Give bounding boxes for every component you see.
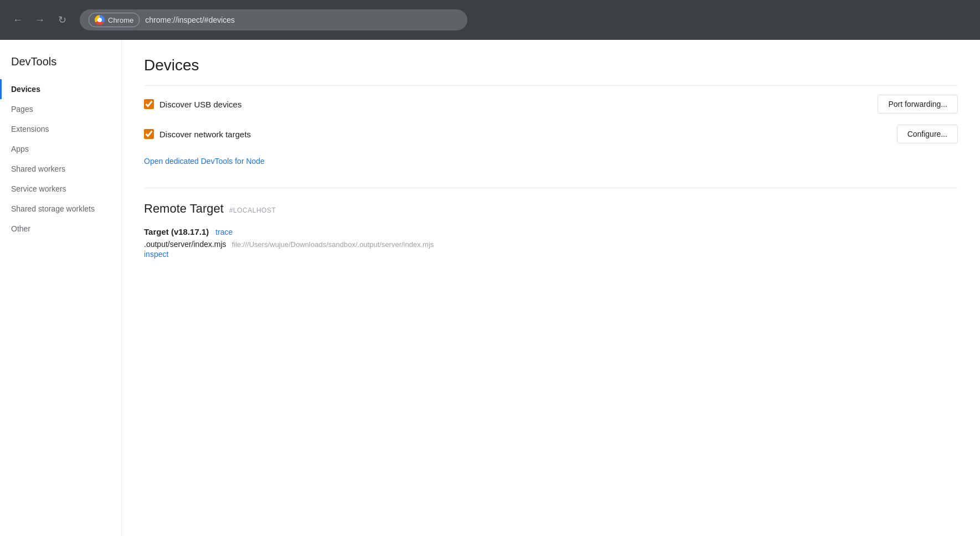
remote-target-title: Remote Target	[144, 202, 224, 216]
discover-usb-row: Discover USB devices Port forwarding...	[144, 95, 958, 114]
port-forwarding-button[interactable]: Port forwarding...	[878, 95, 958, 114]
url-text: chrome://inspect/#devices	[145, 16, 235, 24]
forward-button[interactable]: →	[31, 11, 49, 29]
sidebar-item-shared-storage-worklets[interactable]: Shared storage worklets	[0, 199, 121, 219]
discover-usb-label: Discover USB devices	[159, 100, 241, 109]
open-devtools-node-link[interactable]: Open dedicated DevTools for Node	[144, 157, 265, 166]
sidebar-item-pages[interactable]: Pages	[0, 99, 121, 119]
target-filename: .output/server/index.mjs	[144, 240, 226, 249]
nav-buttons: ← → ↻	[9, 11, 71, 29]
configure-button[interactable]: Configure...	[897, 125, 958, 143]
browser-chrome: ← → ↻ Chrome chrome://inspect/#devices	[0, 0, 980, 40]
mid-divider	[144, 188, 958, 188]
reload-button[interactable]: ↻	[53, 11, 71, 29]
sidebar-item-service-workers[interactable]: Service workers	[0, 179, 121, 199]
target-file-row: .output/server/index.mjs file:///Users/w…	[144, 240, 958, 249]
chrome-logo-icon	[95, 15, 105, 25]
sidebar-item-apps[interactable]: Apps	[0, 139, 121, 159]
main-content: Devices Discover USB devices Port forwar…	[122, 40, 980, 536]
discover-network-label: Discover network targets	[159, 130, 251, 139]
target-title-row: Target (v18.17.1) trace	[144, 227, 958, 236]
devices-section: Discover USB devices Port forwarding... …	[144, 95, 958, 174]
discover-network-container: Discover network targets	[144, 129, 890, 139]
sidebar-item-devices[interactable]: Devices	[0, 79, 121, 99]
target-name: Target (v18.17.1)	[144, 227, 209, 236]
address-bar[interactable]: Chrome chrome://inspect/#devices	[80, 9, 467, 30]
back-button[interactable]: ←	[9, 11, 27, 29]
discover-usb-container: Discover USB devices	[144, 99, 871, 109]
sidebar: DevTools Devices Pages Extensions Apps S…	[0, 40, 122, 536]
page-layout: DevTools Devices Pages Extensions Apps S…	[0, 40, 980, 536]
sidebar-item-other[interactable]: Other	[0, 219, 121, 239]
sidebar-title: DevTools	[0, 51, 121, 79]
target-filepath: file:///Users/wujue/Downloads/sandbox/.o…	[232, 240, 434, 249]
chrome-label: Chrome	[108, 16, 133, 24]
discover-network-checkbox[interactable]	[144, 129, 154, 139]
chrome-badge: Chrome	[89, 13, 140, 27]
discover-usb-checkbox[interactable]	[144, 99, 154, 109]
sidebar-item-extensions[interactable]: Extensions	[0, 119, 121, 139]
remote-target-subtitle: #LOCALHOST	[229, 207, 276, 214]
target-item: Target (v18.17.1) trace .output/server/i…	[144, 227, 958, 259]
remote-target-section: Remote Target #LOCALHOST Target (v18.17.…	[144, 202, 958, 259]
top-divider	[144, 85, 958, 86]
target-trace-link[interactable]: trace	[215, 228, 233, 236]
target-inspect-link[interactable]: inspect	[144, 250, 958, 259]
remote-target-heading: Remote Target #LOCALHOST	[144, 202, 958, 216]
sidebar-item-shared-workers[interactable]: Shared workers	[0, 159, 121, 179]
page-title: Devices	[144, 56, 958, 74]
discover-network-row: Discover network targets Configure...	[144, 125, 958, 143]
